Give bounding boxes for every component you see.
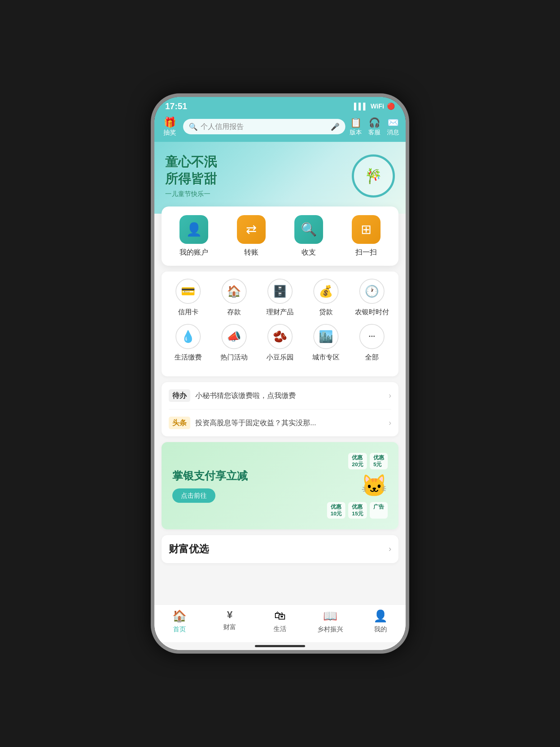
ad-title: 掌银支付享立减	[172, 469, 248, 483]
message-button[interactable]: ✉️ 消息	[387, 117, 399, 136]
rural-icon: 📖	[323, 609, 337, 623]
deposit-icon: 🏠	[221, 279, 247, 304]
lottery-button[interactable]: 🎁 抽奖	[161, 116, 179, 137]
kids-label: 小豆乐园	[266, 353, 294, 362]
service-hot[interactable]: 📣 热门活动	[216, 324, 252, 362]
home-bar	[255, 645, 305, 647]
loan-icon: 💰	[313, 279, 339, 304]
search-placeholder-text: 个人信用报告	[201, 122, 244, 131]
all-label: 全部	[365, 353, 379, 362]
status-icons: ▌▌▌ WiFi 🔴	[354, 102, 395, 110]
kids-icon: 🫘	[267, 324, 293, 349]
quick-actions: 👤 我的账户 ⇄ 转账 🔍 收支 ⊞ 扫一扫	[162, 207, 398, 266]
ad-right: 优惠20元 优惠5元 🐱 优惠10元 优惠15元 广告	[327, 453, 388, 519]
wealth-icon: ¥	[227, 609, 233, 621]
account-label: 我的账户	[179, 247, 208, 257]
message-label: 消息	[387, 128, 399, 136]
services-row-1: 💳 信用卡 🏠 存款 🗄️ 理财产品 💰 贷款 🕐 农银时时付	[165, 279, 395, 317]
credit-icon: 💳	[176, 279, 201, 304]
service-loan[interactable]: 💰 贷款	[308, 279, 344, 317]
service-wealth-product[interactable]: 🗄️ 理财产品	[262, 279, 298, 317]
wealth-more-arrow[interactable]: ›	[389, 544, 391, 554]
service-credit[interactable]: 💳 信用卡	[170, 279, 206, 317]
ad-badges-row1: 优惠20元 优惠5元	[348, 453, 388, 469]
notification-todo[interactable]: 待办 小秘书猜您该缴费啦，点我缴费 ›	[169, 382, 391, 409]
service-icon: 🎧	[369, 117, 380, 128]
ad-character: 🐱	[361, 473, 388, 498]
mine-label: 我的	[374, 625, 387, 634]
life-nav-icon: 🛍	[274, 609, 286, 622]
mine-icon: 👤	[373, 609, 388, 623]
mic-icon[interactable]: 🎤	[331, 122, 340, 131]
bottom-life[interactable]: 🛍 生活	[262, 609, 298, 634]
status-time: 17:51	[165, 101, 187, 111]
bottom-home[interactable]: 🏠 首页	[162, 609, 197, 634]
pay-icon: 🕐	[359, 279, 384, 304]
quick-account[interactable]: 👤 我的账户	[179, 215, 208, 257]
home-label: 首页	[173, 625, 186, 634]
service-all[interactable]: ··· 全部	[354, 324, 390, 362]
bottom-rural[interactable]: 📖 乡村振兴	[312, 609, 348, 634]
top-nav: 🎁 抽奖 🔍 个人信用报告 🎤 📋 版本 🎧 客服 ✉️	[154, 114, 406, 142]
service-life[interactable]: 💧 生活缴费	[170, 324, 206, 362]
phone-frame: 17:51 ▌▌▌ WiFi 🔴 🎁 抽奖 🔍 个人信用报告 🎤 📋	[151, 93, 409, 654]
bottom-nav: 🏠 首页 ¥ 财富 🛍 生活 📖 乡村振兴 👤 我的	[154, 604, 406, 642]
version-button[interactable]: 📋 版本	[350, 117, 362, 136]
banner-title-line1: 童心不泯	[165, 154, 217, 171]
search-bar[interactable]: 🔍 个人信用报告 🎤	[183, 119, 345, 134]
wealth-product-icon: 🗄️	[267, 279, 293, 304]
wealth-section: 财富优选 ›	[162, 535, 398, 563]
battery-icon: 🔴	[387, 102, 395, 110]
nav-right-icons: 📋 版本 🎧 客服 ✉️ 消息	[350, 117, 399, 136]
quick-income[interactable]: 🔍 收支	[294, 215, 323, 257]
todo-text: 小秘书猜您该缴费啦，点我缴费	[195, 391, 389, 400]
transfer-label: 转账	[244, 247, 258, 257]
ad-banner[interactable]: 掌银支付享立减 点击前往 优惠20元 优惠5元 🐱 优惠10元 优惠15元 广告	[162, 442, 398, 529]
life-label: 生活缴费	[174, 353, 202, 362]
wifi-icon: WiFi	[370, 103, 384, 110]
service-label: 客服	[368, 128, 381, 136]
wealth-product-label: 理财产品	[266, 307, 294, 317]
banner[interactable]: 童心不泯 所得皆甜 一儿童节快乐一 🎋	[154, 142, 406, 214]
headline-arrow: ›	[389, 418, 391, 428]
service-button[interactable]: 🎧 客服	[368, 117, 381, 136]
quick-scan[interactable]: ⊞ 扫一扫	[352, 215, 381, 257]
scan-label: 扫一扫	[355, 247, 377, 257]
bottom-mine[interactable]: 👤 我的	[363, 609, 398, 634]
banner-title-line2: 所得皆甜	[165, 171, 217, 187]
income-icon: 🔍	[294, 215, 323, 244]
lottery-icon: 🎁	[164, 116, 176, 128]
service-pay[interactable]: 🕐 农银时时付	[354, 279, 390, 317]
todo-arrow: ›	[389, 391, 391, 400]
ad-badges-row2: 优惠10元 优惠15元 广告	[327, 502, 388, 519]
quick-transfer[interactable]: ⇄ 转账	[237, 215, 266, 257]
ad-badge-3: 优惠10元	[327, 502, 346, 519]
loan-label: 贷款	[319, 307, 333, 317]
home-icon: 🏠	[172, 609, 187, 623]
wealth-nav-label: 财富	[223, 623, 236, 631]
ad-button[interactable]: 点击前往	[172, 488, 215, 503]
notification-headline[interactable]: 头条 投资高股息等于固定收益？其实没那... ›	[169, 409, 391, 436]
banner-text-block: 童心不泯 所得皆甜 一儿童节快乐一	[165, 154, 217, 198]
deposit-label: 存款	[227, 307, 241, 317]
signal-icon: ▌▌▌	[354, 103, 368, 110]
services-row-2: 💧 生活缴费 📣 热门活动 🫘 小豆乐园 🏙️ 城市专区 ··· 全	[165, 324, 395, 362]
ad-tag: 广告	[370, 502, 388, 519]
scan-icon: ⊞	[352, 215, 381, 244]
wealth-title: 财富优选	[169, 542, 209, 556]
service-deposit[interactable]: 🏠 存款	[216, 279, 252, 317]
life-icon: 💧	[176, 324, 201, 349]
service-city[interactable]: 🏙️ 城市专区	[308, 324, 344, 362]
all-icon: ···	[359, 324, 384, 349]
service-kids[interactable]: 🫘 小豆乐园	[262, 324, 298, 362]
life-nav-label: 生活	[274, 625, 286, 633]
city-label: 城市专区	[312, 353, 340, 362]
credit-label: 信用卡	[178, 307, 199, 317]
wealth-header: 财富优选 ›	[169, 542, 391, 556]
city-icon: 🏙️	[313, 324, 339, 349]
pay-label: 农银时时付	[355, 307, 389, 317]
ad-badge-2: 优惠5元	[370, 453, 388, 469]
bottom-wealth[interactable]: ¥ 财富	[212, 609, 248, 634]
ad-left: 掌银支付享立减 点击前往	[172, 469, 248, 503]
hot-icon: 📣	[221, 324, 247, 349]
